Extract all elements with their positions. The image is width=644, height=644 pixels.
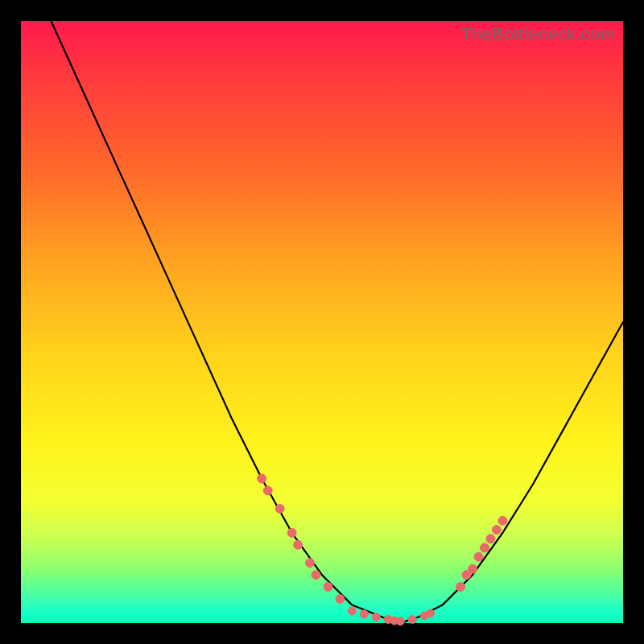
data-point — [360, 610, 368, 618]
data-point — [258, 474, 266, 483]
data-point — [312, 571, 320, 580]
data-point — [263, 486, 272, 495]
data-points-left-slope — [258, 474, 345, 604]
data-point — [287, 528, 296, 537]
data-point — [294, 540, 303, 549]
data-points-right-slope — [456, 516, 507, 591]
data-point — [324, 583, 332, 592]
data-points-bottom — [348, 607, 434, 625]
data-point — [336, 595, 345, 604]
data-point — [396, 617, 404, 625]
data-point — [427, 609, 435, 617]
data-point — [474, 552, 483, 561]
data-point — [408, 616, 416, 624]
data-point — [492, 526, 501, 535]
chart-plot-area: TheBottleneck.com — [21, 21, 623, 623]
data-point — [306, 559, 315, 568]
data-point — [456, 583, 465, 592]
data-point — [469, 564, 477, 573]
data-point — [348, 607, 356, 615]
chart-svg — [21, 21, 623, 623]
bottleneck-curve — [51, 21, 623, 623]
data-point — [275, 504, 284, 513]
data-point — [481, 543, 489, 552]
data-point — [486, 535, 495, 543]
data-point — [372, 613, 380, 621]
data-point — [498, 516, 507, 525]
